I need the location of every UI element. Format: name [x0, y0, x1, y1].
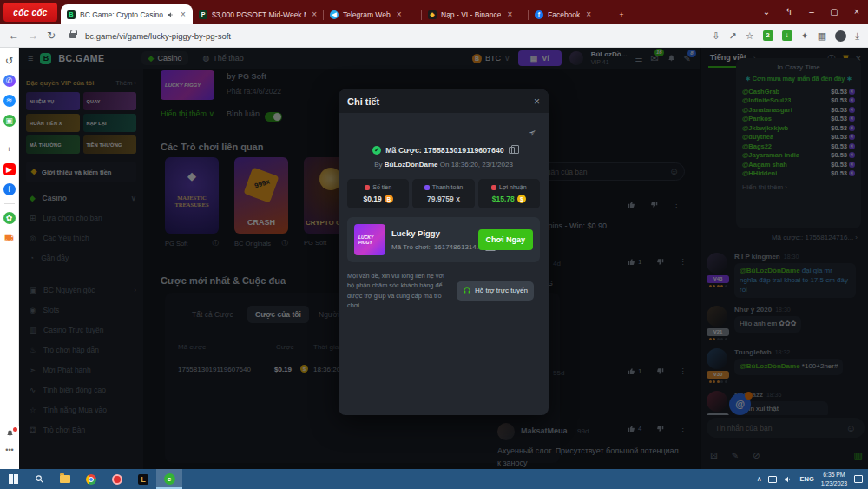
tab-pgsoft[interactable]: P $3,000 PGSOFT Mid-Week M ×: [193, 4, 323, 24]
tray-expand-icon[interactable]: ∧: [757, 475, 762, 483]
tab-close-icon[interactable]: ×: [507, 10, 512, 19]
reload-button[interactable]: ↻: [47, 30, 56, 42]
close-button[interactable]: ×: [845, 0, 868, 24]
telegram-favicon: ◀: [330, 10, 339, 19]
history-icon[interactable]: ↺: [3, 55, 16, 67]
coccoc-taskbar-button[interactable]: c: [156, 469, 182, 489]
file-explorer-button[interactable]: [52, 469, 78, 489]
profit-icon: [491, 185, 496, 190]
shopping-cart-icon[interactable]: ⛟: [3, 232, 16, 244]
notification-bell-icon[interactable]: [5, 429, 15, 439]
network-icon[interactable]: [768, 476, 777, 483]
add-shortcut-icon[interactable]: +: [3, 143, 16, 155]
btc-coin-icon: B: [385, 195, 393, 203]
facebook-sidebar-icon[interactable]: f: [3, 183, 16, 195]
live-support-button[interactable]: Hỗ trợ trực tuyến: [457, 281, 534, 301]
share-row: ➣: [339, 113, 549, 139]
rewards-icon[interactable]: ✦: [801, 30, 809, 42]
action-center-icon[interactable]: [854, 475, 863, 483]
on-label: On: [440, 161, 450, 169]
tab-close-icon[interactable]: ×: [312, 10, 317, 19]
new-tab-button[interactable]: +: [611, 4, 632, 24]
language-indicator[interactable]: ENG: [799, 475, 813, 483]
back-button[interactable]: ←: [9, 30, 19, 42]
payout-icon: [424, 185, 430, 190]
stat-profit: Lợi nhuận $15.78$: [478, 179, 540, 208]
player-link[interactable]: BúLozDồnDame: [385, 161, 438, 169]
modal-game-card: LUCKY PIGGY Lucky Piggy Mã Trò chơi:1617…: [347, 217, 540, 262]
bet-id-line: Mã Cược: 1755813019119607640: [385, 146, 503, 155]
minimize-button[interactable]: –: [800, 0, 823, 24]
profile-avatar[interactable]: [835, 30, 846, 42]
tab-close-icon[interactable]: ×: [586, 10, 591, 19]
tab-search-icon[interactable]: ⌄: [755, 0, 778, 24]
promo-icon[interactable]: ✿: [3, 212, 16, 224]
pgsoft-favicon: P: [199, 10, 207, 19]
adblock-extension-icon[interactable]: 2: [763, 30, 773, 41]
messenger-icon[interactable]: ✆: [3, 75, 16, 87]
tab-close-icon[interactable]: ×: [181, 10, 186, 19]
modal-title: Chi tiết: [347, 96, 379, 107]
coccoc-sidebar: ↺ ✆ ≋ ▣ + ▶ f ✿ ⛟: [0, 48, 19, 469]
bet-details-modal: Chi tiết × ➣ ✓ Mã Cược: 1755813019119607…: [339, 89, 549, 415]
play-now-button[interactable]: Chơi Ngay: [478, 229, 533, 250]
stat-payout: Thanh toán 79.9759 x: [412, 179, 474, 208]
downloader-extension-icon[interactable]: ↓: [782, 30, 792, 41]
start-button[interactable]: [0, 469, 26, 489]
copy-icon[interactable]: [509, 147, 515, 154]
support-note: Mọi vấn đề, xin vui lòng liên hệ với bộ …: [347, 271, 450, 310]
system-tray: ∧ ENG 6:35 PM 1/23/2023: [757, 471, 868, 486]
youtube-icon[interactable]: ▶: [3, 163, 16, 175]
game-id-line: Mã Trò chơi:16174861314...: [391, 243, 491, 251]
bcgame-favicon: B: [67, 10, 76, 19]
bet-datetime: 18:36:20, 23/1/2023: [451, 161, 513, 169]
windows-taskbar: L c ∧ ENG 6:35 PM 1/23/2023: [0, 469, 868, 489]
tab-audio-icon[interactable]: [168, 11, 174, 18]
tab-binance[interactable]: ◆ Nạp - VI - Binance ×: [422, 4, 528, 24]
tab-telegram[interactable]: ◀ Telegram Web ×: [324, 4, 421, 24]
league-of-legends-button[interactable]: L: [130, 469, 156, 489]
browser-toolbar: ← → ↻ bc.game/vi/game/lucky-piggy-by-pg-…: [0, 24, 868, 48]
browser-tab-bar: cốc cốc B BC.Game: Crypto Casino × P $3,…: [0, 0, 868, 24]
by-label: By: [374, 161, 382, 169]
tab-bcgame[interactable]: B BC.Game: Crypto Casino ×: [61, 4, 193, 24]
gold-coin-icon: $: [517, 195, 526, 203]
coccoc-sidebar-bottom: •••: [0, 426, 19, 469]
save-page-icon[interactable]: ⇩: [712, 30, 720, 42]
address-bar[interactable]: bc.game/vi/game/lucky-piggy-by-pg-soft: [85, 31, 703, 41]
more-menu-icon[interactable]: •••: [5, 446, 13, 454]
newsfeed-icon[interactable]: ≋: [3, 95, 16, 107]
modal-close-icon[interactable]: ×: [534, 96, 540, 108]
facebook-favicon: f: [535, 10, 543, 19]
maximize-button[interactable]: ▢: [823, 0, 845, 24]
red-app-button[interactable]: [104, 469, 130, 489]
recent-tabs-icon[interactable]: ↰: [778, 0, 800, 24]
game-thumb[interactable]: LUCKY PIGGY: [354, 224, 385, 255]
clock[interactable]: 6:35 PM 1/23/2023: [821, 471, 847, 486]
bcgame-site: ≡ B BC.GAME ◆Casino ◍Thể thao B BTC ∨ ▤V…: [19, 48, 868, 469]
binance-favicon: ◆: [428, 10, 437, 19]
amount-icon: [365, 185, 370, 190]
search-button[interactable]: [26, 469, 52, 489]
coccoc-logo[interactable]: cốc cốc: [3, 3, 57, 22]
tab-close-icon[interactable]: ×: [397, 10, 402, 19]
forward-button[interactable]: →: [28, 30, 38, 42]
volume-icon[interactable]: [784, 475, 792, 484]
game-name: Lucky Piggy: [391, 228, 491, 238]
tab-facebook[interactable]: f Facebook ×: [529, 4, 611, 24]
chrome-button[interactable]: [78, 469, 104, 489]
extensions-puzzle-icon[interactable]: ▦: [818, 30, 826, 42]
share-icon[interactable]: ↗: [728, 30, 736, 42]
stat-amount: Số tiền $0.19B: [347, 179, 409, 208]
games-icon[interactable]: ▣: [3, 115, 16, 127]
lock-icon[interactable]: [69, 33, 76, 38]
verified-check-icon: ✓: [372, 146, 381, 155]
modal-header: Chi tiết ×: [339, 89, 549, 113]
bookmark-star-icon[interactable]: ☆: [746, 30, 754, 42]
downloads-icon[interactable]: ⤓: [855, 30, 859, 42]
share-icon[interactable]: ➣: [526, 126, 539, 140]
